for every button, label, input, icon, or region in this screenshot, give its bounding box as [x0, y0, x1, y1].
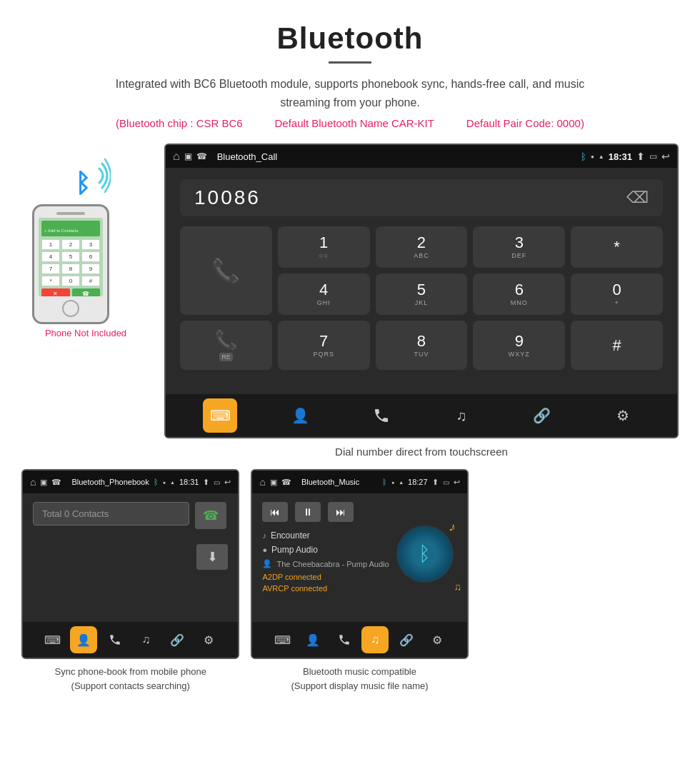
spec-name: Default Bluetooth Name CAR-KIT [275, 117, 434, 129]
toolbar-settings-button[interactable]: ⚙ [606, 398, 640, 433]
redial-button[interactable]: 📞 RE [180, 321, 272, 370]
bluetooth-call-screenshot: ⌂ ▣ ☎ Bluetooth_Call ᛒ ● ▲ 18:31 ⬆ ▭ ↩ 1… [164, 144, 679, 438]
music-track-list: ♪ Encounter ● Pump Audio 👤 The Cheebacab… [262, 531, 389, 593]
music-caption: Bluetooth music compatible (Support disp… [251, 665, 468, 693]
key-hash[interactable]: # [571, 321, 663, 370]
pb-dot2: ▲ [170, 480, 175, 485]
music-back-icon[interactable]: ↩ [454, 478, 460, 487]
home-icon: ⌂ [173, 150, 180, 163]
music-rect-icon: ▭ [443, 478, 449, 486]
pb-window-icon: ▣ [40, 478, 47, 487]
bt-status-icon: ᛒ [581, 151, 586, 162]
music-caption-line2: (Support display music file name) [291, 680, 428, 691]
phone-mock: + Add to Contacts 1 2 3 4 5 6 7 8 9 [32, 204, 109, 324]
title-underline [329, 61, 371, 64]
pb-call-button[interactable]: ☎ [195, 502, 226, 529]
pb-dot1: ● [163, 480, 166, 485]
music-note-deco-2: ♫ [453, 581, 462, 593]
toolbar-link-button[interactable]: 🔗 [525, 398, 559, 433]
music-bottom-toolbar: ⌨ 👤 ♫ 🔗 ⚙ [252, 622, 466, 658]
key-1[interactable]: 1○○ [278, 226, 370, 268]
toolbar-contacts-button[interactable]: 👤 [284, 398, 318, 433]
pb-bt-icon: ᛒ [154, 478, 159, 486]
pb-toolbar-contacts[interactable]: 👤 [70, 626, 97, 653]
call-button[interactable]: 📞 [180, 226, 272, 315]
music-phone-icon: ☎ [281, 478, 291, 487]
music-screen-title: Bluetooth_Music [296, 478, 378, 486]
call-icon [373, 407, 390, 424]
key-6[interactable]: 6MNO [473, 273, 565, 315]
pb-phone-icon: ☎ [51, 478, 61, 487]
music-toolbar-contacts[interactable]: 👤 [299, 626, 326, 653]
pb-call-icon [109, 633, 121, 646]
track-2: ● Pump Audio [262, 545, 389, 555]
prev-button[interactable]: ⏮ [262, 502, 288, 522]
bottom-row: ⌂ ▣ ☎ Bluetooth_Phonebook ᛒ ● ▲ 18:31 ⬆ … [0, 469, 700, 707]
track-3-icon: 👤 [262, 559, 272, 568]
music-column: ⌂ ▣ ☎ Bluetooth_Music ᛒ ● ▲ 18:27 ⬆ ▭ ↩ [251, 469, 468, 693]
key-8[interactable]: 8TUV [376, 321, 468, 370]
key-0[interactable]: 0+ [571, 273, 663, 315]
wifi-dot2: ▲ [599, 154, 604, 160]
specs-line: (Bluetooth chip : CSR BC6 Default Blueto… [14, 117, 686, 129]
pb-rect-icon: ▭ [214, 478, 220, 486]
pb-toolbar-settings[interactable]: ⚙ [195, 626, 222, 653]
music-controls: ⏮ ⏸ ⏭ [262, 502, 389, 522]
play-pause-button[interactable]: ⏸ [295, 502, 321, 522]
key-star[interactable]: * [571, 226, 663, 268]
vinyl-disc: ᛒ [396, 526, 454, 583]
toolbar-call-button[interactable] [364, 398, 399, 433]
pb-toolbar-link[interactable]: 🔗 [164, 626, 191, 653]
pb-search-field[interactable]: Total 0 Contacts [33, 502, 189, 526]
key-2[interactable]: 2ABC [376, 226, 468, 268]
phonebook-screenshot: ⌂ ▣ ☎ Bluetooth_Phonebook ᛒ ● ▲ 18:31 ⬆ … [21, 469, 239, 659]
pb-download-button[interactable]: ⬇ [196, 544, 228, 570]
call-status-bar: ⌂ ▣ ☎ Bluetooth_Call ᛒ ● ▲ 18:31 ⬆ ▭ ↩ [166, 145, 677, 168]
expand-icon: ⬆ [636, 151, 645, 162]
pb-time: 18:31 [179, 478, 199, 486]
pb-toolbar-call[interactable] [101, 626, 129, 653]
status-time: 18:31 [609, 151, 632, 162]
music-call-icon [338, 633, 351, 646]
phonebook-column: ⌂ ▣ ☎ Bluetooth_Phonebook ᛒ ● ▲ 18:31 ⬆ … [21, 469, 239, 693]
pb-status-bar: ⌂ ▣ ☎ Bluetooth_Phonebook ᛒ ● ▲ 18:31 ⬆ … [23, 471, 238, 493]
keypad-grid: 1○○ 2ABC 3DEF * 📞 [180, 226, 663, 376]
spec-pair: Default Pair Code: 0000) [466, 117, 584, 129]
toolbar-music-button[interactable]: ♫ [444, 398, 479, 433]
key-5[interactable]: 5JKL [376, 273, 468, 315]
call-screen-title: Bluetooth_Call [211, 151, 576, 162]
next-button[interactable]: ⏭ [328, 502, 354, 522]
music-toolbar-call[interactable] [331, 626, 358, 653]
key-9[interactable]: 9WXYZ [473, 321, 565, 370]
pb-home-icon: ⌂ [30, 476, 36, 488]
backspace-button[interactable]: ⌫ [626, 189, 649, 207]
key-4[interactable]: 4GHI [278, 273, 370, 315]
music-toolbar-settings[interactable]: ⚙ [424, 626, 451, 653]
music-toolbar-link[interactable]: 🔗 [393, 626, 420, 653]
page-description: Integrated with BC6 Bluetooth module, su… [100, 75, 600, 111]
pb-bottom-toolbar: ⌨ 👤 ♫ 🔗 ⚙ [23, 622, 238, 658]
bt-signal-icon: ᛒ [68, 158, 111, 204]
center-panel: ⌂ ▣ ☎ Bluetooth_Call ᛒ ● ▲ 18:31 ⬆ ▭ ↩ 1… [164, 144, 679, 469]
music-toolbar-dialpad[interactable]: ⌨ [269, 626, 296, 653]
pb-toolbar-dialpad[interactable]: ⌨ [39, 626, 66, 653]
pb-search-placeholder: Total 0 Contacts [42, 508, 109, 519]
pb-toolbar-music[interactable]: ♫ [132, 626, 159, 653]
track-1: ♪ Encounter [262, 531, 389, 541]
pb-back-icon[interactable]: ↩ [224, 478, 231, 487]
track-1-icon: ♪ [262, 531, 266, 540]
music-content: ⏮ ⏸ ⏭ ♪ Encounter ● Pump Audio [252, 493, 466, 622]
key-3[interactable]: 3DEF [473, 226, 565, 268]
music-home-icon: ⌂ [259, 476, 265, 488]
key-7[interactable]: 7PQRS [278, 321, 370, 370]
music-expand-icon: ⬆ [432, 478, 439, 487]
main-content: ᛒ + Add to Contacts [0, 136, 700, 469]
toolbar-dialpad-button[interactable]: ⌨ [203, 398, 237, 433]
music-window-icon: ▣ [270, 478, 277, 487]
music-toolbar-music[interactable]: ♫ [361, 626, 389, 653]
track-2-name: Pump Audio [271, 545, 318, 555]
music-dot1: ● [391, 480, 394, 485]
back-icon[interactable]: ↩ [661, 151, 670, 162]
music-status-right: ᛒ ● ▲ 18:27 ⬆ ▭ ↩ [382, 478, 460, 487]
dial-number: 10086 [194, 186, 261, 209]
